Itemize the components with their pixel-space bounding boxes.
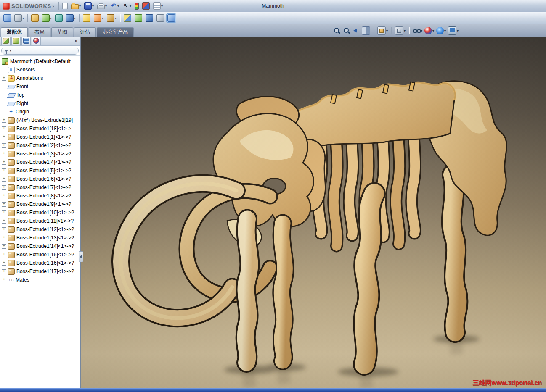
- mammoth-skull[interactable]: [213, 113, 313, 226]
- displaymanager-tab[interactable]: [32, 37, 41, 45]
- mammoth-front-leg-rear[interactable]: [281, 223, 285, 361]
- tree-item-boss-extrude1-16-1[interactable]: +Boss-Extrude1[16]<1>->?: [0, 259, 80, 267]
- interference-detection-button[interactable]: [155, 13, 165, 23]
- dropdown-arrow-icon[interactable]: ▾: [115, 16, 117, 20]
- menu-chevron-icon[interactable]: ›: [53, 3, 54, 9]
- tree-item-boss-extrude1-9-1[interactable]: +Boss-Extrude1[9]<1>->?: [0, 200, 80, 208]
- zoom-to-area-button[interactable]: [342, 26, 350, 35]
- bill-of-materials-button[interactable]: [122, 13, 133, 23]
- linear-component-pattern-button[interactable]: ▾: [41, 13, 53, 23]
- undo-button[interactable]: ↶▾: [109, 2, 120, 10]
- rebuild-stoplight-button[interactable]: [133, 2, 140, 11]
- tree-item-top[interactable]: Top: [0, 91, 80, 99]
- color-swatch-button[interactable]: [141, 1, 151, 11]
- expander-icon[interactable]: +: [2, 236, 6, 240]
- tree-item-boss-extrude1-5-1[interactable]: +Boss-Extrude1[5]<1>->?: [0, 166, 80, 175]
- tree-item-sensors[interactable]: Sensors: [0, 66, 80, 74]
- expander-icon[interactable]: +: [2, 126, 6, 131]
- expander-icon[interactable]: +: [2, 219, 6, 224]
- expander-icon[interactable]: +: [2, 135, 6, 139]
- dropdown-arrow-icon[interactable]: ▾: [50, 16, 52, 20]
- graphics-viewport[interactable]: 三维网www.3dportal.cn: [80, 36, 546, 389]
- options-button[interactable]: ▾: [152, 1, 164, 11]
- panel-splitter-handle[interactable]: [79, 251, 83, 262]
- tree-filter[interactable]: ▾: [1, 47, 79, 55]
- display-style-button[interactable]: ▾: [395, 26, 406, 35]
- expander-icon[interactable]: +: [2, 202, 6, 207]
- expander-icon[interactable]: +: [2, 118, 6, 123]
- dropdown-arrow-icon[interactable]: ▾: [117, 4, 119, 8]
- tab-4[interactable]: 办公室产品: [97, 27, 134, 37]
- dropdown-arrow-icon[interactable]: ▾: [102, 16, 103, 20]
- panel-more-button[interactable]: »: [73, 38, 79, 44]
- smart-fasteners-button[interactable]: [54, 13, 64, 23]
- tree-item-boss-extrude1-4-1[interactable]: +Boss-Extrude1[4]<1>->?: [0, 158, 80, 166]
- hide-show-items-button[interactable]: ▾: [412, 26, 423, 35]
- tree-item-boss-extrude1-1-1[interactable]: +Boss-Extrude1[1]<1>->?: [0, 133, 80, 141]
- expander-icon[interactable]: +: [2, 143, 6, 148]
- dropdown-arrow-icon[interactable]: ▾: [92, 4, 94, 8]
- dropdown-arrow-icon[interactable]: ▾: [105, 4, 107, 8]
- assembly-features-button[interactable]: ▾: [93, 13, 105, 23]
- move-component-button[interactable]: ▾: [65, 13, 77, 23]
- previous-view-button[interactable]: [352, 26, 360, 35]
- dropdown-arrow-icon[interactable]: ▾: [22, 16, 24, 20]
- new-document-button[interactable]: [61, 2, 69, 10]
- mammoth-rear-leg-far[interactable]: [452, 175, 458, 333]
- dropdown-arrow-icon[interactable]: ▾: [130, 4, 131, 8]
- expander-icon[interactable]: +: [2, 185, 6, 190]
- attachment-button[interactable]: [30, 13, 40, 23]
- expander-icon[interactable]: +: [2, 227, 6, 232]
- print-button[interactable]: ▾: [96, 2, 108, 10]
- view-orientation-button[interactable]: ▾: [377, 26, 388, 35]
- explode-line-sketch-button[interactable]: [144, 13, 154, 23]
- tree-item-boss-extrude1-11-1[interactable]: +Boss-Extrude1[11]<1>->?: [0, 217, 80, 225]
- dropdown-arrow-icon[interactable]: ▾: [457, 29, 459, 33]
- tree-item-boss-extrude1-12-1[interactable]: +Boss-Extrude1[12]<1>->?: [0, 225, 80, 234]
- tree-item-right[interactable]: Right: [0, 99, 80, 108]
- tree-item-front[interactable]: Front: [0, 82, 80, 91]
- tree-item-boss-extrude1-3-1[interactable]: +Boss-Extrude1[3]<1>->?: [0, 150, 80, 158]
- propertymanager-tab[interactable]: [11, 37, 21, 45]
- mammoth-front-leg-front[interactable]: [246, 219, 250, 363]
- expander-icon[interactable]: +: [2, 261, 6, 266]
- expander-icon[interactable]: +: [2, 210, 6, 215]
- tree-item-annotations[interactable]: +Annotations: [0, 74, 80, 82]
- configurationmanager-tab[interactable]: [21, 37, 31, 45]
- dropdown-arrow-icon[interactable]: ▾: [432, 29, 434, 33]
- tab-1[interactable]: 布局: [29, 27, 50, 37]
- expander-icon[interactable]: +: [2, 278, 6, 282]
- dropdown-arrow-icon[interactable]: ▾: [404, 29, 406, 33]
- tree-item-boss-extrude1-13-1[interactable]: +Boss-Extrude1[13]<1>->?: [0, 234, 80, 242]
- tree-item-boss-extrude1-14-1[interactable]: +Boss-Extrude1[14]<1>->?: [0, 242, 80, 250]
- expander-icon[interactable]: +: [2, 160, 6, 165]
- tree-item-mammoth-default-default[interactable]: Mammoth (Default<Default: [0, 57, 80, 66]
- mate-button[interactable]: ▾: [13, 13, 25, 23]
- tree-item-boss-extrude1-17-1[interactable]: +Boss-Extrude1[17]<1>->?: [0, 267, 80, 276]
- expander-icon[interactable]: +: [2, 152, 6, 156]
- expander-icon[interactable]: +: [2, 177, 6, 182]
- expander-icon[interactable]: +: [2, 76, 6, 81]
- dropdown-arrow-icon[interactable]: ▾: [386, 29, 388, 33]
- section-view-button[interactable]: [361, 26, 371, 35]
- tree-item-boss-extrude1-18-1[interactable]: +Boss-Extrude1[18]<1>->: [0, 124, 80, 133]
- dropdown-arrow-icon[interactable]: ▾: [79, 4, 81, 8]
- tree-item-boss-extrude1-8-1[interactable]: +Boss-Extrude1[8]<1>->?: [0, 192, 80, 200]
- tab-2[interactable]: 草图: [51, 27, 73, 37]
- insert-components-button[interactable]: [2, 13, 12, 23]
- expander-icon[interactable]: +: [2, 269, 6, 274]
- dropdown-arrow-icon[interactable]: ▾: [74, 16, 76, 20]
- dropdown-arrow-icon[interactable]: ▾: [444, 29, 446, 33]
- tree-item-origin[interactable]: Origin: [0, 108, 80, 116]
- tree-item-boss-extrude1-2-1[interactable]: +Boss-Extrude1[2]<1>->?: [0, 141, 80, 150]
- tab-3[interactable]: 评估: [74, 27, 96, 37]
- mammoth-rear-leg-near[interactable]: [364, 194, 374, 365]
- exploded-view-button[interactable]: [133, 13, 143, 23]
- mammoth-spine[interactable]: [289, 82, 455, 146]
- open-button[interactable]: ▾: [70, 2, 82, 10]
- save-button[interactable]: ▾: [83, 1, 95, 11]
- tab-0[interactable]: 装配体: [1, 27, 28, 37]
- select-button[interactable]: ↖▾: [121, 2, 133, 10]
- mammoth-model[interactable]: [80, 36, 546, 389]
- show-hidden-components-button[interactable]: [82, 13, 92, 23]
